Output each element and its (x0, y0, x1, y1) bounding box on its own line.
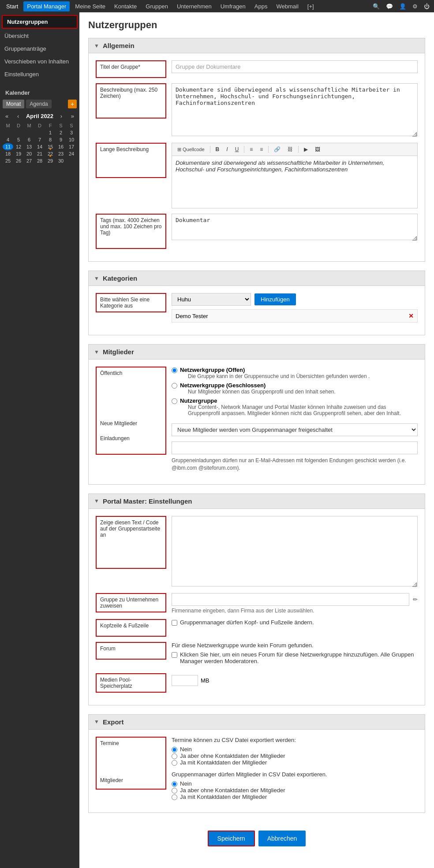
nav-umfragen[interactable]: Umfragen (217, 1, 249, 11)
cal-cell[interactable]: 21 (34, 150, 45, 157)
einladungen-input[interactable] (172, 441, 418, 454)
rte-underline-btn[interactable]: U (232, 145, 242, 154)
cal-cell[interactable]: 9 (56, 136, 66, 143)
cal-cell[interactable]: 30 (56, 157, 66, 164)
cal-cell[interactable]: 1 (45, 129, 56, 136)
cal-cell[interactable]: 29 (45, 157, 56, 164)
cal-next-btn[interactable]: › (59, 112, 64, 120)
cal-cell[interactable] (66, 157, 77, 164)
cal-cell[interactable]: 28 (34, 157, 45, 164)
termine-nein-radio[interactable] (172, 747, 177, 753)
edit-icon[interactable]: ✏ (413, 596, 418, 603)
radio-offen[interactable] (172, 367, 177, 373)
cal-cell[interactable] (34, 129, 45, 136)
rte-bold-btn[interactable]: B (213, 145, 222, 154)
user-icon[interactable]: 👤 (397, 2, 408, 11)
cal-cell[interactable]: 7 (34, 136, 45, 143)
section-export-header[interactable]: ▼ Export (88, 714, 425, 730)
cal-next-next-btn[interactable]: » (69, 112, 76, 120)
cal-cell[interactable]: 27 (24, 157, 34, 164)
cal-cell[interactable]: 15 (45, 143, 56, 150)
cal-cell[interactable]: 8 (45, 136, 56, 143)
settings-icon[interactable]: ⚙ (411, 2, 419, 11)
rte-italic-btn[interactable]: I (224, 145, 230, 154)
neue-mitglieder-select[interactable]: Neue Mitglieder werden vom Gruppenmanage… (172, 423, 418, 436)
nav-unternehmen[interactable]: Unternehmen (173, 1, 215, 11)
cal-cell[interactable]: 25 (3, 157, 13, 164)
add-category-button[interactable]: Hinzufügen (254, 293, 296, 305)
cal-cell[interactable]: 16 (56, 143, 66, 150)
cal-cell[interactable]: 3 (66, 129, 77, 136)
cal-cell[interactable]: 18 (3, 150, 13, 157)
cal-cell[interactable]: 22 (45, 150, 56, 157)
section-portal-master-header[interactable]: ▼ Portal Master: Einstellungen (88, 493, 425, 509)
power-icon[interactable]: ⏻ (422, 2, 431, 11)
radio-geschlossen[interactable] (172, 383, 177, 389)
cal-add-button[interactable]: + (68, 100, 77, 108)
firma-input[interactable] (172, 593, 409, 606)
cal-cell-today[interactable]: 11 (3, 143, 13, 150)
cancel-button[interactable]: Abbrechen (258, 831, 306, 846)
cal-agenda-btn[interactable]: Agenda (26, 100, 51, 108)
termine-mit-radio[interactable] (172, 760, 177, 766)
category-select[interactable]: Huhu (172, 293, 251, 306)
cal-cell[interactable]: 20 (24, 150, 34, 157)
forum-create-checkbox[interactable] (172, 652, 177, 658)
rte-ol-btn[interactable]: ≡ (247, 145, 255, 154)
tags-textarea[interactable]: Dokumentar (172, 214, 418, 240)
sidebar-item-ubersicht[interactable]: Übersicht (0, 30, 79, 42)
cal-cell[interactable] (24, 129, 34, 136)
cal-cell[interactable]: 26 (13, 157, 24, 164)
description-textarea[interactable]: Dokumentare sind überwiegend als wissens… (172, 83, 418, 136)
cal-cell[interactable] (3, 129, 13, 136)
cal-cell[interactable]: 2 (56, 129, 66, 136)
rte-image-btn[interactable]: 🖼 (312, 145, 323, 154)
section-mitglieder-header[interactable]: ▼ Mitglieder (88, 344, 425, 360)
mitglieder-mit-radio[interactable] (172, 794, 177, 800)
cal-cell[interactable]: 17 (66, 143, 77, 150)
cal-cell[interactable]: 23 (56, 150, 66, 157)
remove-category-icon[interactable]: ✕ (408, 312, 414, 319)
cal-prev-btn[interactable]: ‹ (15, 112, 21, 120)
nav-kontakte[interactable]: Kontakte (111, 1, 140, 11)
cal-cell[interactable]: 10 (66, 136, 77, 143)
cal-cell[interactable]: 13 (24, 143, 34, 150)
cal-cell[interactable] (13, 129, 24, 136)
notification-icon[interactable]: 💬 (384, 2, 395, 11)
cal-cell[interactable]: 14 (34, 143, 45, 150)
sidebar-item-verschieben[interactable]: Verschieben von Inhalten (0, 55, 79, 68)
rte-video-btn[interactable]: ▶ (301, 145, 311, 154)
nav-meine-seite[interactable]: Meine Seite (71, 1, 109, 11)
sidebar-item-gruppenanträge[interactable]: Gruppenanträge (0, 42, 79, 55)
mitglieder-ohne-radio[interactable] (172, 788, 177, 794)
section-allgemein-header[interactable]: ▼ Allgemein (88, 38, 425, 53)
nav-gruppen[interactable]: Gruppen (142, 1, 172, 11)
radio-nutzer[interactable] (172, 398, 177, 404)
mitglieder-nein-radio[interactable] (172, 781, 177, 787)
rte-content[interactable]: Dokumentare sind überwiegend als wissens… (172, 156, 418, 208)
cal-cell[interactable]: 5 (13, 136, 24, 143)
cal-cell[interactable]: 24 (66, 150, 77, 157)
sidebar-item-einstellungen[interactable]: Einstellungen (0, 68, 79, 81)
text-code-textarea[interactable] (172, 516, 418, 586)
cal-cell[interactable]: 4 (3, 136, 13, 143)
kopfzeile-checkbox[interactable] (172, 620, 177, 626)
rte-ul-btn[interactable]: ≡ (257, 145, 266, 154)
nav-start[interactable]: Start (3, 1, 22, 11)
cal-prev-prev-btn[interactable]: « (4, 112, 10, 120)
title-input[interactable] (172, 60, 418, 73)
nav-apps[interactable]: Apps (251, 1, 271, 11)
rte-unlink-btn[interactable]: ⛓ (285, 145, 296, 154)
cal-monat-btn[interactable]: Monat (3, 100, 24, 108)
section-kategorien-header[interactable]: ▼ Kategorien (88, 271, 425, 286)
nav-plus[interactable]: [+] (304, 1, 318, 11)
save-button[interactable]: Speichern (208, 831, 255, 846)
rte-link-btn[interactable]: 🔗 (271, 145, 283, 154)
medien-input[interactable]: 10 (172, 675, 198, 686)
cal-cell[interactable]: 6 (24, 136, 34, 143)
termine-ohne-radio[interactable] (172, 753, 177, 759)
cal-cell[interactable]: 19 (13, 150, 24, 157)
nav-portal-manager[interactable]: Portal Manager (23, 1, 70, 11)
search-icon[interactable]: 🔍 (371, 2, 382, 11)
rte-source-btn[interactable]: ⊞ Quellcode (175, 145, 207, 154)
